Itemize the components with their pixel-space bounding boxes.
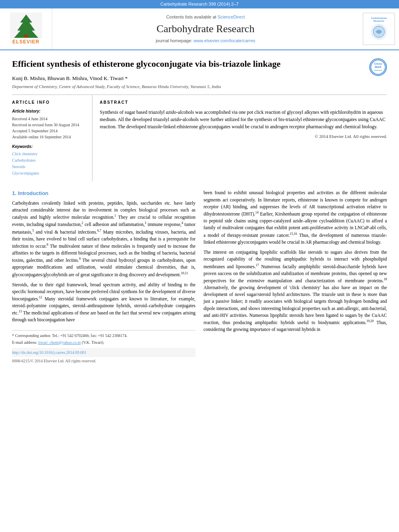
authors: Kunj B. Mishra, Bhuwan B. Mishra, Vinod … bbox=[12, 75, 387, 82]
sciencedirect-info: Contents lists available at ScienceDirec… bbox=[166, 14, 245, 20]
email-link[interactable]: tiwari_chem@yahoo.co.in bbox=[38, 340, 81, 345]
available-date: Available online 16 September 2014 bbox=[12, 134, 86, 140]
journal-citation: Carbohydrate Research 399 (2014) 2–7 bbox=[160, 2, 239, 6]
email-label: E-mail address: bbox=[12, 340, 38, 345]
logo-title: CarbohydrateResearch bbox=[371, 17, 387, 23]
homepage-prefix: journal homepage: bbox=[156, 38, 193, 43]
body-right-col: been found to exhibit unusual biological… bbox=[204, 189, 387, 364]
journal-title: Carbohydrate Research bbox=[156, 22, 254, 36]
right-para1: been found to exhibit unusual biological… bbox=[204, 189, 387, 246]
authors-text: Kunj B. Mishra, Bhuwan B. Mishra, Vinod … bbox=[12, 75, 128, 81]
abstract-text: Synthesis of sugar based triazolyl azido… bbox=[100, 109, 387, 130]
journal-logo-box: CarbohydrateResearch bbox=[363, 13, 395, 45]
header: ELSEVIER Contents lists available at Sci… bbox=[0, 8, 399, 50]
crossmark-icon: Cross Mark bbox=[370, 59, 386, 75]
intro-heading: 1. Introduction bbox=[12, 189, 195, 197]
accepted-date: Accepted 5 September 2014 bbox=[12, 128, 86, 134]
footnote-email: E-mail address: tiwari_chem@yahoo.co.in … bbox=[12, 340, 195, 345]
history-label: Article history: bbox=[12, 109, 86, 114]
right-para2: The interest on conjugating lipophilic s… bbox=[204, 249, 387, 333]
article-info-label: ARTICLE INFO bbox=[12, 100, 86, 105]
received-date: Received 4 June 2014 bbox=[12, 116, 86, 122]
header-center: Contents lists available at ScienceDirec… bbox=[52, 8, 359, 49]
body-content: 1. Introduction Carbohydrates covalently… bbox=[12, 189, 387, 364]
svg-rect-2 bbox=[24, 35, 28, 38]
keyword-4[interactable]: Glycoconjugates bbox=[12, 170, 86, 177]
intro-title: Introduction bbox=[18, 190, 48, 196]
body-left-col: 1. Introduction Carbohydrates covalently… bbox=[12, 189, 195, 364]
keywords-label: Keywords: bbox=[12, 144, 86, 150]
journal-homepage: journal homepage: www.elsevier.com/locat… bbox=[156, 38, 255, 44]
svg-text:Mark: Mark bbox=[375, 66, 381, 68]
journal-bar: Carbohydrate Research 399 (2014) 2–7 bbox=[0, 0, 399, 8]
sciencedirect-link[interactable]: ScienceDirect bbox=[218, 14, 245, 19]
elsevier-label: ELSEVIER bbox=[12, 39, 39, 45]
doi-link[interactable]: http://dx.doi.org/10.1016/j.carres.2014.… bbox=[12, 348, 195, 357]
keyword-3[interactable]: Steroids bbox=[12, 164, 86, 170]
footnote-section: * Corresponding author. Tel.: +91 542 67… bbox=[12, 330, 195, 345]
keyword-2[interactable]: Carbohydrates bbox=[12, 157, 86, 164]
abstract-col: ABSTRACT Synthesis of sugar based triazo… bbox=[93, 95, 387, 181]
svg-text:Cross: Cross bbox=[374, 62, 382, 65]
footnote-corresponding: * Corresponding author. Tel.: +91 542 67… bbox=[12, 333, 195, 339]
sciencedirect-prefix: Contents lists available at bbox=[166, 14, 218, 19]
crossmark-badge: Cross Mark bbox=[369, 58, 387, 76]
elsevier-tree-icon bbox=[10, 12, 42, 39]
title-row: Cross Mark Efficient synthesis of ethist… bbox=[12, 58, 387, 70]
received-revised-date: Received in revised form 30 August 2014 bbox=[12, 122, 86, 128]
crossmark[interactable]: Cross Mark bbox=[369, 58, 387, 76]
issn-copyright: 0008-6215/© 2014 Elsevier Ltd. All right… bbox=[12, 358, 195, 364]
info-abstract-cols: ARTICLE INFO Article history: Received 4… bbox=[12, 94, 387, 181]
abstract-label: ABSTRACT bbox=[100, 100, 387, 105]
logo-circle-icon bbox=[372, 25, 385, 38]
elsevier-logo-area: ELSEVIER bbox=[0, 8, 52, 49]
header-right: CarbohydrateResearch bbox=[359, 8, 399, 49]
keyword-1[interactable]: Click chemistry bbox=[12, 151, 86, 157]
homepage-url[interactable]: www.elsevier.com/locate/carres bbox=[193, 38, 255, 43]
main-content: Cross Mark Efficient synthesis of ethist… bbox=[0, 50, 399, 372]
intro-para2: Steroids, due to their rigid framework, … bbox=[12, 281, 195, 324]
elsevier-logo: ELSEVIER bbox=[10, 12, 42, 45]
article-title: Efficient synthesis of ethisterone glyco… bbox=[12, 58, 387, 70]
affiliation: Department of Chemistry, Centre of Advan… bbox=[12, 84, 387, 90]
intro-number: 1. bbox=[12, 190, 16, 196]
intro-para1: Carbohydrates covalently linked with pro… bbox=[12, 200, 195, 278]
logo-circle bbox=[371, 24, 387, 40]
email-name: (V.K. Tiwari). bbox=[81, 340, 104, 345]
page: Carbohydrate Research 399 (2014) 2–7 ELS… bbox=[0, 0, 399, 532]
article-info-col: ARTICLE INFO Article history: Received 4… bbox=[12, 95, 93, 181]
abstract-copyright: © 2014 Elsevier Ltd. All rights reserved… bbox=[100, 134, 387, 140]
